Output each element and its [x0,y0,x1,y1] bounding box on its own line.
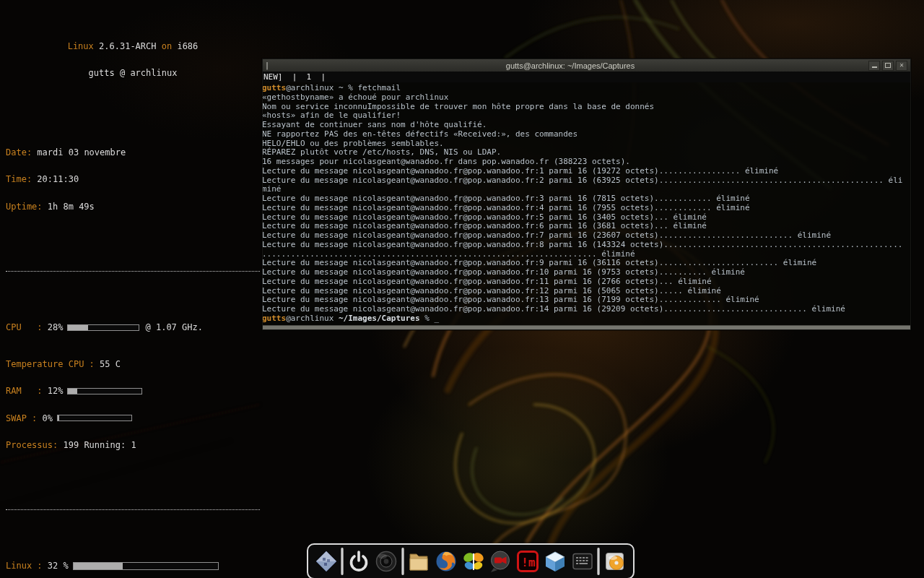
volume-icon[interactable] [374,549,398,574]
msn-butterfly-icon[interactable] [461,549,486,574]
separator [6,509,260,510]
conky-system-monitor: Linux 2.6.31-ARCH on i686 gutts @ archli… [6,6,260,578]
window-menu-icon[interactable]: | [263,61,272,69]
fs-linux-value: 32 % [48,561,69,570]
dock-separator-icon [597,548,600,575]
filesystem-block: Linux : 32 % Datas : 64 % [6,544,260,578]
cpu-block: CPU : 28% @ 1.07 GHz. Temperature CPU : … [6,305,260,467]
svg-text:!m: !m [521,556,536,569]
process-count: 199 Running: 1 [63,440,136,450]
im-red-icon[interactable]: !m [515,549,540,574]
minimize-button[interactable] [868,61,880,71]
dock-separator-icon [341,548,344,575]
cpu-value: 28% [48,323,64,332]
terminal-tabbar[interactable]: NEW] | 1 | [263,72,910,82]
cpu-temp-value: 55 C [100,359,121,369]
swap-value: 0% [43,414,53,423]
conky-header: Linux 2.6.31-ARCH on i686 gutts @ archli… [6,24,260,95]
date-value: mardi 03 novembre [37,147,126,158]
ram-value: 12% [48,387,64,395]
application-dock: !m [307,543,635,578]
firefox-icon[interactable] [434,549,458,574]
ram-bar [67,388,142,394]
separator [6,271,260,272]
dock-separator-icon [401,548,404,575]
datetime-block: Date: mardi 03 novembre Time: 20:11:30 U… [6,130,260,228]
user-host-line: gutts @ archlinux [6,69,260,77]
time-value: 20:11:30 [37,174,79,184]
video-chat-icon[interactable] [488,549,513,574]
folder-icon[interactable] [406,549,431,574]
fs-linux-bar [73,562,219,570]
kernel-line: Linux 2.6.31-ARCH on i686 [6,42,260,51]
terminal-titlebar[interactable]: | gutts@archlinux: ~/Images/Captures ✕ [263,59,910,72]
cd-burner-icon[interactable] [603,549,627,574]
cpu-freq: @ 1.07 GHz. [145,323,202,332]
power-icon[interactable] [346,549,371,574]
window-resize-handle[interactable] [263,325,910,329]
diamond-app-icon[interactable] [314,549,339,574]
swap-bar [57,415,132,421]
cpu-bar [67,324,139,331]
uptime-value: 1h 8m 49s [48,202,95,212]
terminal-window[interactable]: | gutts@archlinux: ~/Images/Captures ✕ N… [262,59,911,330]
virtualbox-icon[interactable] [543,549,567,574]
keyboard-terminal-icon[interactable] [570,549,595,574]
maximize-button[interactable] [882,61,894,71]
terminal-output[interactable]: gutts@archlinux ~ % fetchmail«gethostbyn… [263,82,910,325]
close-button[interactable]: ✕ [896,61,907,71]
window-title: gutts@archlinux: ~/Images/Captures [272,61,868,70]
